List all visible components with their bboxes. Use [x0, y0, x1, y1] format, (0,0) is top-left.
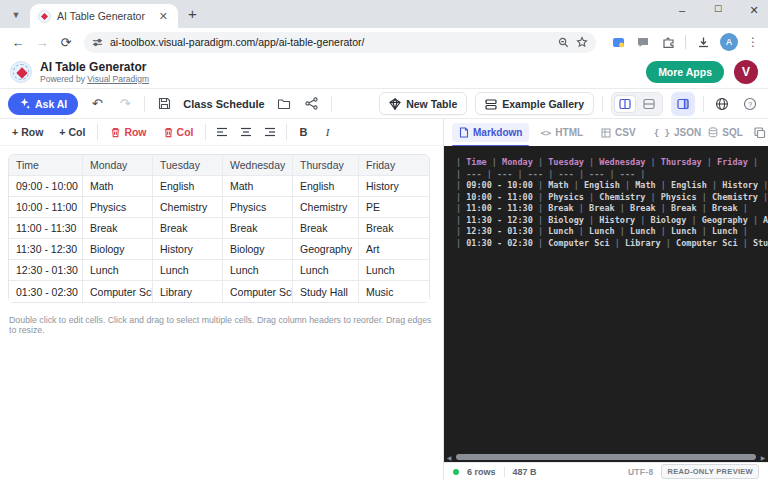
table-cell[interactable]: Music [359, 281, 429, 302]
table-cell[interactable]: Break [359, 218, 429, 239]
table-cell[interactable]: Chemistry [293, 197, 359, 218]
redo-icon[interactable]: ↷ [116, 95, 134, 113]
scroll-left-icon[interactable]: ◀ [444, 454, 454, 461]
site-settings-icon[interactable] [92, 37, 103, 48]
tab-search-chevron-icon[interactable]: ▼ [8, 7, 24, 23]
browser-tab[interactable]: AI Table Generator ✕ [30, 4, 178, 28]
url-omnibox[interactable]: ai-toolbox.visual-paradigm.com/app/ai-ta… [84, 32, 596, 53]
share-icon[interactable] [303, 95, 321, 113]
toggle-preview-panel-icon[interactable] [671, 92, 695, 116]
table-cell[interactable]: 12:30 - 01:30 [9, 260, 83, 281]
language-globe-icon[interactable] [712, 94, 732, 114]
open-folder-icon[interactable] [275, 95, 293, 113]
column-header[interactable]: Tuesday [153, 155, 223, 176]
browser-menu-icon[interactable]: ⋮ [747, 35, 759, 49]
maximize-button[interactable]: ☐ [712, 4, 724, 17]
horizontal-scrollbar[interactable]: ◀ ▶ [444, 452, 768, 462]
table-cell[interactable]: Chemistry [153, 197, 223, 218]
table-cell[interactable]: Lunch [83, 260, 153, 281]
user-avatar[interactable]: V [734, 60, 758, 84]
table-cell[interactable]: 10:00 - 11:00 [9, 197, 83, 218]
chat-extension-icon[interactable] [635, 34, 651, 50]
close-window-button[interactable]: ✕ [748, 4, 760, 17]
bookmark-star-icon[interactable] [576, 36, 588, 48]
align-center-icon[interactable] [238, 124, 254, 140]
add-row-button[interactable]: + Row [8, 124, 47, 140]
downloads-icon[interactable] [695, 34, 711, 50]
table-cell[interactable]: 11:00 - 11:30 [9, 218, 83, 239]
align-left-icon[interactable] [214, 124, 230, 140]
preview-tab-markdown[interactable]: Markdown [452, 123, 529, 142]
preview-tab-csv[interactable]: CSV [594, 123, 643, 142]
column-header[interactable]: Wednesday [223, 155, 293, 176]
preview-tab-html[interactable]: <>HTML [533, 123, 590, 142]
delete-col-button[interactable]: Col [159, 124, 198, 140]
table-cell[interactable]: Study Hall [293, 281, 359, 302]
undo-icon[interactable]: ↶ [88, 95, 106, 113]
drive-extension-icon[interactable] [610, 34, 626, 50]
save-icon[interactable] [155, 95, 173, 113]
help-icon[interactable]: ? [740, 94, 760, 114]
minimize-button[interactable]: – [676, 4, 688, 17]
new-table-button[interactable]: New Table [379, 92, 467, 115]
new-tab-button[interactable]: + [188, 5, 197, 22]
table-cell[interactable]: 01:30 - 02:30 [9, 281, 83, 302]
table-cell[interactable]: Computer Sci [83, 281, 153, 302]
split-horizontal-icon[interactable] [638, 95, 660, 113]
browser-profile-avatar[interactable]: A [720, 33, 738, 51]
table-cell[interactable]: Break [153, 218, 223, 239]
table-cell[interactable]: English [153, 176, 223, 197]
add-col-button[interactable]: + Col [55, 124, 89, 140]
table-cell[interactable]: Physics [83, 197, 153, 218]
table-cell[interactable]: Computer Sci [223, 281, 293, 302]
align-right-icon[interactable] [262, 124, 278, 140]
table-cell[interactable]: English [293, 176, 359, 197]
table-cell[interactable]: Lunch [153, 260, 223, 281]
preview-tab-sql[interactable]: SQL [701, 123, 750, 142]
example-gallery-button[interactable]: Example Gallery [475, 92, 594, 115]
table-cell[interactable]: 09:00 - 10:00 [9, 176, 83, 197]
table-cell[interactable]: History [359, 176, 429, 197]
table-cell[interactable]: Lunch [223, 260, 293, 281]
back-icon[interactable]: ← [8, 32, 28, 52]
column-header[interactable]: Monday [83, 155, 153, 176]
table-cell[interactable]: Library [153, 281, 223, 302]
table-cell[interactable]: Math [223, 176, 293, 197]
italic-button[interactable]: I [319, 126, 335, 138]
visual-paradigm-link[interactable]: Visual Paradigm [87, 74, 149, 84]
more-apps-button[interactable]: More Apps [646, 61, 724, 83]
document-name[interactable]: Class Schedule [183, 98, 264, 110]
table-cell[interactable]: Biology [223, 239, 293, 260]
extensions-puzzle-icon[interactable] [660, 34, 676, 50]
scrollbar-thumb[interactable] [456, 454, 756, 460]
table-cell[interactable]: 11:30 - 12:30 [9, 239, 83, 260]
column-header[interactable]: Friday [359, 155, 429, 176]
bold-button[interactable]: B [295, 126, 311, 138]
table-cell[interactable]: PE [359, 197, 429, 218]
table-cell[interactable]: History [153, 239, 223, 260]
table-cell[interactable]: Art [359, 239, 429, 260]
delete-row-button[interactable]: Row [106, 124, 150, 140]
reload-icon[interactable]: ⟳ [56, 32, 76, 52]
table-cell[interactable]: Break [83, 218, 153, 239]
scroll-right-icon[interactable]: ▶ [758, 454, 768, 461]
ask-ai-button[interactable]: Ask AI [8, 93, 78, 115]
table-cell[interactable]: Lunch [293, 260, 359, 281]
column-header[interactable]: Thursday [293, 155, 359, 176]
table-cell[interactable]: Lunch [359, 260, 429, 281]
table-cell[interactable]: Biology [83, 239, 153, 260]
url-text[interactable]: ai-toolbox.visual-paradigm.com/app/ai-ta… [110, 36, 551, 48]
tab-close-icon[interactable]: ✕ [157, 10, 170, 23]
split-vertical-icon[interactable] [614, 95, 636, 113]
table-cell[interactable]: Geography [293, 239, 359, 260]
column-header[interactable]: Time [9, 155, 83, 176]
preview-tab-json[interactable]: { }JSON [647, 123, 698, 142]
table-cell[interactable]: Math [83, 176, 153, 197]
copy-icon[interactable] [754, 127, 766, 139]
zoom-icon[interactable] [558, 37, 569, 48]
table-cell[interactable]: Break [293, 218, 359, 239]
table-cell[interactable]: Break [223, 218, 293, 239]
table-cell[interactable]: Physics [223, 197, 293, 218]
code-area[interactable]: | Time | Monday | Tuesday | Wednesday | … [444, 146, 768, 462]
forward-icon[interactable]: → [32, 32, 52, 52]
